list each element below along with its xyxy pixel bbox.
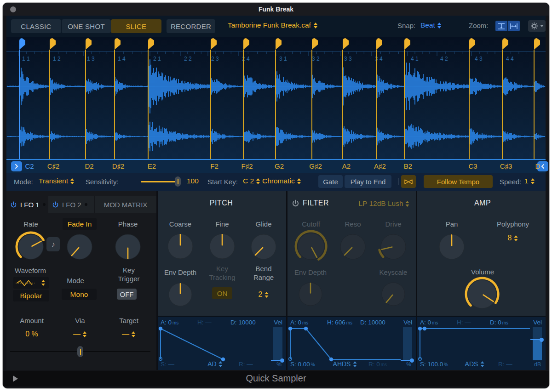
sample-file-select[interactable]: Tamborine Funk Break.caf [228,21,318,29]
slice-marker[interactable] [404,38,410,50]
amp-volume-knob[interactable] [464,276,500,312]
mode-tab-slice[interactable]: SLICE [111,19,161,33]
crossfade-loop-button[interactable] [401,175,416,188]
sensitivity-slider-track[interactable] [141,181,179,182]
slice-marker[interactable] [376,38,382,50]
lfo-mode-select[interactable]: Mono [62,289,97,300]
slice-key-A2[interactable]: A2 [342,162,351,170]
slice-key-C3[interactable]: C3 [468,162,477,170]
slice-key-G2[interactable]: G2 [275,162,284,170]
slice-key-Ds2[interactable]: D♯2 [112,162,125,170]
slice-key-Cs3[interactable]: C♯3 [500,162,512,170]
slice-marker[interactable] [19,38,25,50]
filter-cutoff-knob[interactable] [293,229,328,264]
slice-key-As2[interactable]: A♯2 [374,162,386,170]
velocity-handle[interactable] [410,358,414,363]
slice-marker[interactable] [243,38,249,50]
slice-marker[interactable] [148,38,154,50]
speed-select[interactable]: 1 [524,177,535,185]
velocity-handle[interactable] [540,338,544,342]
slice-marker[interactable] [469,38,475,50]
mode-tab-one-shot[interactable]: ONE SHOT [62,19,111,33]
slice-key-D[interactable]: D [535,162,540,170]
lfo-polarity-button[interactable]: Bipolar [13,290,49,301]
velocity-slider[interactable] [533,327,542,360]
envelope-plot[interactable] [288,317,416,370]
lfo-rate-knob[interactable] [14,230,47,263]
start-key-select[interactable]: C 2 [243,177,260,185]
filter-envelope[interactable]: A: 0msH: 606msD: 10000VelS: 0.00%R: 0ms%… [288,316,416,370]
slice-marker[interactable] [343,38,349,50]
velocity-handle[interactable] [280,358,284,363]
power-icon[interactable] [10,201,17,208]
velocity-slider[interactable] [273,327,282,360]
pitch-glide-knob[interactable] [247,230,280,263]
pitch-fine-knob[interactable] [206,230,239,263]
envelope-plot[interactable] [158,317,286,370]
slice-key-D2[interactable]: D2 [85,162,93,170]
amp-envelope[interactable]: A: 0msH: —D: 0msVelS: 100.0%R: —dBADS [417,316,546,370]
slice-key-Gs2[interactable]: G♯2 [309,162,322,170]
toolbar: CLASSICONE SHOTSLICERECORDER Tamborine F… [6,16,546,37]
lfo-tempo-sync-button[interactable]: ♪ [46,237,60,251]
mode-tab-classic[interactable]: CLASSIC [11,19,61,33]
pitch-bend-range-select[interactable]: 2 [259,290,269,299]
ruler-beat-label: 1 2 [53,56,61,62]
slice-marker[interactable] [211,38,217,50]
filter-env-depth-knob[interactable] [295,278,326,310]
velocity-slider[interactable] [403,327,412,360]
filter-reso-knob[interactable] [336,230,369,263]
slice-marker[interactable] [115,38,121,50]
slice-marker[interactable] [86,38,92,50]
mode-tab-recorder[interactable]: RECORDER [167,19,215,33]
lfo-waveform-select[interactable] [13,277,49,289]
filter-power-button[interactable] [292,199,299,209]
tab-lfo-1[interactable]: LFO 1 [6,196,48,213]
gate-button[interactable]: Gate [318,175,343,188]
slice-key-B2[interactable]: B2 [404,162,412,170]
scroll-left-button[interactable] [11,161,22,171]
lfo-key-trigger-toggle[interactable]: OFF [117,289,137,300]
slice-key-C2[interactable]: C2 [25,162,34,170]
lfo-amount-slider-handle[interactable] [77,346,83,357]
slice-mode-select[interactable]: Transient [39,177,75,185]
updown-chevron-icon [437,23,442,28]
sensitivity-slider-handle[interactable] [175,176,181,187]
slice-marker[interactable] [312,38,318,50]
amp-polyphony-select[interactable]: 8 [508,234,518,242]
lfo-fade-in-knob[interactable] [63,230,96,263]
follow-tempo-button[interactable]: Follow Tempo [424,175,493,188]
lfo-phase-knob[interactable] [111,230,144,263]
tab-lfo-2[interactable]: LFO 2 [48,196,94,213]
waveform-display[interactable]: 1 11 21 31 42 12 22 32 43 13 23 33 44 14… [6,37,546,159]
lfo-via-select[interactable]: — [73,330,87,338]
slice-marker[interactable] [50,38,56,50]
pitch-coarse-knob[interactable] [164,230,197,263]
amp-pan-knob[interactable] [435,230,468,263]
filter-keyscale-knob[interactable] [378,278,409,310]
lfo-fade-mode-select[interactable]: Fade In [63,218,97,230]
power-icon[interactable] [52,201,59,208]
zoom-horizontal-button[interactable] [508,21,520,31]
slice-key-Fs2[interactable]: F♯2 [241,162,253,170]
pitch-key-tracking-toggle[interactable]: ON [212,287,232,299]
settings-button[interactable] [528,20,546,32]
filter-type-select[interactable]: LP 12dB Lush [358,199,409,208]
slice-key-Cs2[interactable]: C♯2 [47,162,60,170]
pitch-env-depth-knob[interactable] [165,279,196,310]
lfo-amount-value[interactable]: 0 % [25,330,38,338]
slice-marker[interactable] [502,38,508,50]
slice-marker[interactable] [276,38,282,50]
tab-mod-matrix[interactable]: MOD MATRIX [94,196,156,213]
envelope-plot[interactable] [417,317,546,370]
slice-marker[interactable] [534,38,540,50]
lfo-target-select[interactable]: — [122,330,136,338]
snap-select[interactable]: Beat [420,21,442,29]
slice-key-E2[interactable]: E2 [148,162,156,170]
zoom-vertical-button[interactable] [495,21,507,31]
pitch-envelope[interactable]: A: 0msH: —D: 10000VelS: —R: —%AD [158,316,286,370]
filter-drive-knob[interactable] [377,230,410,263]
scale-select[interactable]: Chromatic [262,177,301,185]
slice-key-F2[interactable]: F2 [210,162,218,170]
play-to-end-button[interactable]: Play to End [345,175,391,188]
